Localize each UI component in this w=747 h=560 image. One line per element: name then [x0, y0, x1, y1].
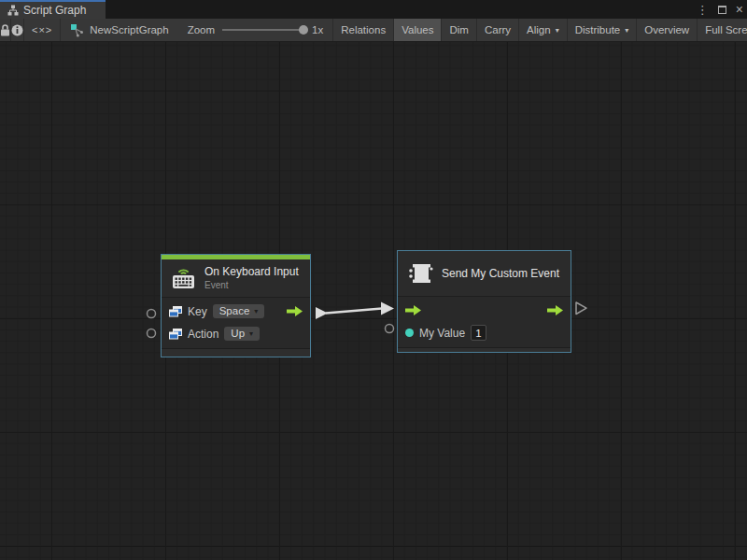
- tab-script-graph[interactable]: Script Graph: [0, 0, 106, 19]
- fullscreen-label: Full Screen: [705, 24, 747, 35]
- overview-button[interactable]: Overview: [636, 19, 697, 41]
- dim-label: Dim: [449, 24, 468, 35]
- port-label: Action: [188, 328, 218, 341]
- wire-arrowhead: [381, 302, 394, 315]
- port-row-action: Action Up ▾: [169, 324, 303, 343]
- port-row-key: Key Space ▾: [169, 301, 303, 321]
- values-button[interactable]: Values: [393, 19, 441, 41]
- chevron-down-icon: ▾: [249, 329, 253, 338]
- distribute-label: Distribute: [575, 24, 621, 35]
- carry-button[interactable]: Carry: [476, 19, 518, 41]
- node-title: On Keyboard Input: [204, 265, 299, 278]
- input-port-circle-my-value[interactable]: [386, 325, 394, 333]
- graph-name-label: NewScriptGraph: [90, 24, 168, 35]
- zoom-control: Zoom 1x: [178, 19, 333, 41]
- code-toggle-icon: <×>: [32, 24, 52, 35]
- zoom-slider-handle[interactable]: [299, 25, 308, 35]
- action-dropdown[interactable]: Up ▾: [224, 327, 260, 341]
- window-menu-icon[interactable]: ⋮: [697, 4, 709, 16]
- connections-overlay: [0, 42, 747, 560]
- graph-hierarchy-icon: [7, 5, 19, 16]
- code-view-toggle-button[interactable]: <×>: [24, 19, 61, 41]
- align-dropdown-button[interactable]: Align ▾: [518, 19, 567, 41]
- relations-button[interactable]: Relations: [332, 19, 393, 41]
- dim-button[interactable]: Dim: [441, 19, 475, 41]
- zoom-value: 1x: [312, 24, 323, 35]
- value-row: My Value 1: [405, 323, 563, 343]
- chevron-down-icon: ▾: [625, 26, 628, 35]
- input-port-circle-action[interactable]: [148, 329, 156, 338]
- node-footer: [398, 347, 571, 352]
- flow-row: [405, 301, 563, 320]
- graph-asset-icon: [70, 23, 84, 37]
- custom-event-icon: [407, 261, 433, 286]
- output-port-triangle[interactable]: [576, 302, 586, 315]
- key-dropdown-value: Space: [219, 305, 250, 316]
- wire-start-handle[interactable]: [316, 307, 328, 319]
- values-label: Values: [402, 24, 433, 35]
- relations-label: Relations: [341, 24, 386, 35]
- node-subtitle: Event: [204, 280, 299, 290]
- chevron-down-icon: ▾: [556, 26, 559, 35]
- window-tab-strip: Script Graph ⋮ ×: [0, 0, 747, 19]
- value-dot-icon: [405, 329, 414, 337]
- value-port-icon: [169, 306, 182, 317]
- graph-canvas[interactable]: On Keyboard Input Event Key Space ▾: [0, 42, 747, 560]
- node-body: Key Space ▾ Action Up: [162, 297, 310, 348]
- connection-wire[interactable]: [326, 309, 382, 314]
- chevron-down-icon: ▾: [254, 307, 258, 315]
- graph-toolbar: <×> NewScriptGraph Zoom 1x Relations Val…: [0, 19, 747, 42]
- overview-label: Overview: [644, 24, 689, 35]
- port-label: Key: [188, 305, 207, 318]
- toolbar-right-buttons: Relations Values Dim Carry Align ▾ Distr…: [332, 19, 747, 41]
- flow-input-arrow-icon[interactable]: [405, 305, 421, 315]
- align-label: Align: [527, 24, 551, 35]
- info-icon: [11, 24, 23, 36]
- lock-icon: [0, 24, 10, 36]
- input-port-circle-key[interactable]: [148, 310, 156, 318]
- zoom-slider[interactable]: [222, 29, 304, 31]
- flow-output-arrow-icon[interactable]: [547, 305, 563, 315]
- zoom-label: Zoom: [188, 24, 215, 35]
- key-dropdown[interactable]: Space ▾: [213, 304, 265, 318]
- action-dropdown-value: Up: [231, 328, 245, 339]
- node-footer: [162, 348, 310, 357]
- window-maximize-icon[interactable]: [718, 6, 726, 14]
- distribute-dropdown-button[interactable]: Distribute ▾: [567, 19, 637, 41]
- node-title: Send My Custom Event: [442, 267, 559, 280]
- value-input[interactable]: 1: [471, 325, 486, 341]
- node-on-keyboard-input[interactable]: On Keyboard Input Event Key Space ▾: [161, 254, 311, 357]
- window-close-icon[interactable]: ×: [736, 3, 743, 16]
- node-send-my-custom-event[interactable]: Send My Custom Event My Value 1: [397, 250, 571, 353]
- value-label: My Value: [419, 327, 465, 340]
- lock-button[interactable]: [0, 19, 11, 41]
- node-header[interactable]: On Keyboard Input Event: [162, 259, 310, 297]
- window-controls: ⋮ ×: [697, 0, 743, 19]
- carry-label: Carry: [485, 24, 511, 35]
- node-header[interactable]: Send My Custom Event: [398, 251, 571, 296]
- flow-output-arrow-icon[interactable]: [287, 306, 303, 316]
- value-port-icon: [169, 329, 182, 340]
- keyboard-icon: [171, 266, 196, 290]
- info-button[interactable]: [11, 19, 24, 41]
- graph-asset-selector[interactable]: NewScriptGraph: [61, 19, 177, 41]
- node-body: My Value 1: [398, 296, 571, 347]
- fullscreen-button[interactable]: Full Screen: [697, 19, 747, 41]
- tab-title: Script Graph: [23, 4, 86, 17]
